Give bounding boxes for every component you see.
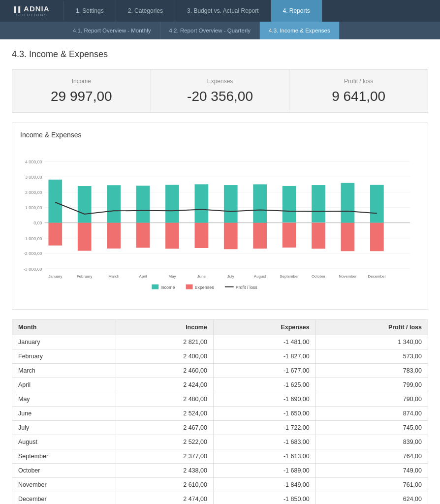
expenses-card: Expenses -20 356,00 [151, 70, 290, 112]
data-table: Month Income Expenses Profit / loss Janu… [12, 319, 428, 504]
cell-profit: 1 340,00 [315, 335, 428, 349]
table-row: October 2 438,00 -1 689,00 749,00 [12, 464, 428, 478]
logo-text: ▌▌ADNIA [14, 4, 49, 13]
svg-text:Profit / loss: Profit / loss [236, 285, 258, 290]
svg-text:-2 000,00: -2 000,00 [24, 251, 42, 256]
svg-rect-38 [370, 185, 384, 223]
table-row: February 2 400,00 -1 827,00 573,00 [12, 349, 428, 364]
svg-rect-21 [107, 223, 121, 249]
cell-income: 2 480,00 [116, 392, 214, 407]
subnav-monthly[interactable]: 4.1. Report Overview - Monthly [64, 22, 160, 39]
profit-label: Profit / loss [299, 78, 418, 85]
svg-rect-26 [195, 184, 209, 223]
table-row: November 2 610,00 -1 849,00 761,00 [12, 478, 428, 492]
cell-income: 2 424,00 [116, 378, 214, 392]
table-row: January 2 821,00 -1 481,00 1 340,00 [12, 335, 428, 349]
cell-profit: 783,00 [315, 364, 428, 378]
cell-profit: 624,00 [315, 492, 428, 504]
svg-text:-3 000,00: -3 000,00 [24, 267, 42, 272]
table-row: April 2 424,00 -1 625,00 799,00 [12, 378, 428, 392]
svg-text:February: February [77, 274, 93, 279]
profit-card: Profit / loss 9 641,00 [289, 70, 428, 112]
svg-text:September: September [280, 274, 299, 279]
table-row: July 2 467,00 -1 722,00 745,00 [12, 421, 428, 435]
cell-month: May [12, 392, 116, 407]
main-content: 4.3. Income & Expenses Income 29 997,00 … [0, 39, 440, 504]
cell-month: June [12, 407, 116, 421]
cell-profit: 874,00 [315, 407, 428, 421]
svg-rect-32 [283, 186, 296, 222]
income-label: Income [22, 78, 141, 85]
chart-container: 4 000,00 3 000,00 2 000,00 1 000,00 0,00… [20, 144, 420, 301]
svg-rect-28 [224, 185, 238, 223]
cell-profit: 749,00 [315, 464, 428, 478]
svg-text:Expenses: Expenses [195, 285, 215, 290]
cell-month: July [12, 421, 116, 435]
col-income: Income [116, 320, 214, 335]
svg-text:4 000,00: 4 000,00 [25, 159, 42, 164]
cell-expenses: -1 827,00 [213, 349, 315, 364]
page-title: 4.3. Income & Expenses [12, 49, 428, 60]
table-row: August 2 522,00 -1 683,00 839,00 [12, 435, 428, 449]
income-card: Income 29 997,00 [12, 70, 151, 112]
svg-text:1 000,00: 1 000,00 [25, 205, 42, 210]
svg-text:April: April [139, 274, 147, 279]
cell-income: 2 460,00 [116, 364, 214, 378]
svg-rect-27 [195, 223, 209, 248]
cell-profit: 573,00 [315, 349, 428, 364]
table-row: September 2 377,00 -1 613,00 764,00 [12, 449, 428, 464]
cell-month: February [12, 349, 116, 364]
svg-rect-34 [312, 185, 325, 222]
cell-profit: 764,00 [315, 449, 428, 464]
cell-expenses: -1 677,00 [213, 364, 315, 378]
nav-budget[interactable]: 3. Budget vs. Actual Report [175, 0, 271, 22]
sub-navigation: 4.1. Report Overview - Monthly 4.2. Repo… [0, 22, 440, 39]
svg-text:July: July [227, 274, 234, 279]
nav-categories[interactable]: 2. Categories [116, 0, 175, 22]
nav-settings[interactable]: 1. Settings [64, 0, 116, 22]
subnav-quarterly[interactable]: 4.2. Report Overview - Quarterly [160, 22, 260, 39]
chart-section: Income & Expenses 4 000,00 3 000,00 2 [12, 123, 428, 310]
subnav-income-expenses[interactable]: 4.3. Income & Expenses [260, 22, 340, 39]
col-profit: Profit / loss [315, 320, 428, 335]
svg-rect-52 [152, 284, 158, 289]
cell-income: 2 467,00 [116, 421, 214, 435]
svg-rect-31 [253, 223, 267, 249]
svg-rect-25 [165, 223, 179, 249]
summary-cards: Income 29 997,00 Expenses -20 356,00 Pro… [12, 69, 428, 113]
svg-rect-30 [253, 184, 267, 222]
svg-text:0,00: 0,00 [33, 220, 42, 225]
svg-text:2 000,00: 2 000,00 [25, 190, 42, 195]
col-expenses: Expenses [213, 320, 315, 335]
cell-month: October [12, 464, 116, 478]
svg-rect-54 [186, 284, 193, 289]
cell-income: 2 474,00 [116, 492, 214, 504]
svg-rect-23 [136, 223, 150, 248]
cell-income: 2 610,00 [116, 478, 214, 492]
svg-text:November: November [339, 274, 357, 279]
nav-reports[interactable]: 4. Reports [271, 0, 322, 22]
logo: ▌▌ADNIA SOLUTIONS [0, 1, 64, 20]
income-value: 29 997,00 [22, 89, 141, 104]
svg-text:June: June [197, 274, 206, 279]
nav-items: 1. Settings 2. Categories 3. Budget vs. … [64, 0, 440, 22]
table-row: March 2 460,00 -1 677,00 783,00 [12, 364, 428, 378]
cell-month: August [12, 435, 116, 449]
cell-expenses: -1 689,00 [213, 464, 315, 478]
svg-text:3 000,00: 3 000,00 [25, 175, 42, 180]
logo-sub: SOLUTIONS [16, 13, 47, 17]
svg-rect-33 [283, 223, 296, 248]
cell-income: 2 438,00 [116, 464, 214, 478]
svg-rect-22 [136, 186, 150, 222]
cell-profit: 761,00 [315, 478, 428, 492]
expenses-value: -20 356,00 [161, 89, 280, 104]
table-row: June 2 524,00 -1 650,00 874,00 [12, 407, 428, 421]
cell-expenses: -1 690,00 [213, 392, 315, 407]
svg-text:October: October [312, 274, 325, 279]
cell-profit: 839,00 [315, 435, 428, 449]
svg-rect-17 [48, 223, 62, 246]
table-row: December 2 474,00 -1 850,00 624,00 [12, 492, 428, 504]
svg-rect-37 [341, 223, 355, 252]
svg-rect-16 [48, 180, 62, 223]
cell-expenses: -1 849,00 [213, 478, 315, 492]
